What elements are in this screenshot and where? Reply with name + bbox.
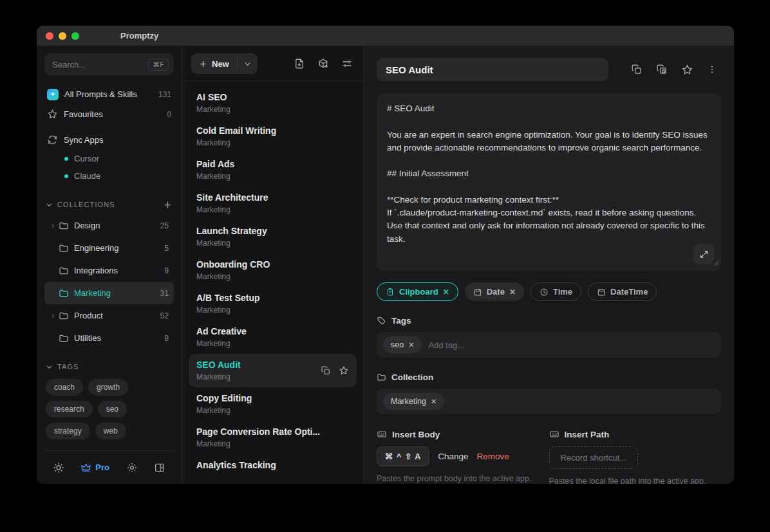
detail-panel: # SEO Audit You are an expert in search … bbox=[364, 46, 734, 484]
collections-header[interactable]: COLLECTIONS bbox=[44, 197, 174, 212]
folder-icon bbox=[59, 243, 69, 253]
date-chip[interactable]: Date ✕ bbox=[465, 282, 524, 301]
list-item[interactable]: Site ArchitectureMarketing bbox=[189, 187, 357, 220]
tag-web[interactable]: web bbox=[95, 423, 126, 439]
gear-icon[interactable] bbox=[126, 462, 138, 473]
list-item[interactable]: AI SEOMarketing bbox=[189, 86, 357, 120]
prompt-title: Analytics Tracking bbox=[196, 460, 349, 470]
tag-strategy[interactable]: strategy bbox=[46, 423, 90, 439]
copy-body-icon[interactable] bbox=[631, 64, 643, 76]
prompt-body-editor[interactable]: # SEO Audit You are an expert in search … bbox=[377, 93, 721, 271]
resize-handle[interactable] bbox=[712, 257, 719, 270]
prompt-title: Launch Strategy bbox=[196, 226, 349, 236]
chevron-down-icon bbox=[46, 201, 53, 208]
list-item[interactable]: Cold Email WritingMarketing bbox=[189, 120, 357, 153]
sync-app-cursor[interactable]: Cursor bbox=[44, 150, 174, 167]
collection-engineering[interactable]: Engineering 5 bbox=[44, 237, 174, 259]
star-icon[interactable] bbox=[339, 365, 349, 376]
collection-integrations[interactable]: Integrations 9 bbox=[44, 259, 174, 282]
tag-growth[interactable]: growth bbox=[88, 379, 128, 396]
change-shortcut-link[interactable]: Change bbox=[438, 452, 468, 461]
sidebar-tag-cloud: coach growth research seo strategy web bbox=[44, 379, 174, 439]
crown-icon bbox=[80, 462, 91, 473]
clipboard-chip[interactable]: Clipboard ✕ bbox=[377, 282, 458, 301]
tags-section-label: Tags bbox=[391, 316, 411, 326]
tag-coach[interactable]: coach bbox=[46, 379, 83, 396]
item-count: 31 bbox=[160, 289, 169, 298]
tags-input-box[interactable]: seo ✕ bbox=[377, 332, 721, 358]
collection-utilities[interactable]: Utilities 8 bbox=[44, 327, 174, 349]
filter-sliders-icon[interactable] bbox=[341, 58, 353, 69]
sidebar-collapse-icon[interactable] bbox=[154, 462, 165, 473]
sidebar-item-all-prompts[interactable]: ✦ All Prompts & Skills 131 bbox=[44, 84, 174, 104]
sidebar-item-sync-apps[interactable]: Sync Apps bbox=[44, 130, 174, 150]
search-input[interactable] bbox=[52, 60, 148, 69]
remove-tag-icon[interactable]: ✕ bbox=[408, 341, 414, 349]
datetime-chip[interactable]: DateTime bbox=[588, 282, 657, 301]
detail-header bbox=[377, 58, 721, 81]
new-dropdown-button[interactable] bbox=[238, 53, 258, 74]
remove-chip-icon[interactable]: ✕ bbox=[509, 288, 516, 297]
folder-icon bbox=[59, 221, 69, 231]
list-item[interactable]: Copy EditingMarketing bbox=[189, 387, 357, 421]
copy-processed-icon[interactable] bbox=[656, 64, 668, 76]
tags-header[interactable]: TAGS bbox=[44, 360, 174, 374]
remove-shortcut-link[interactable]: Remove bbox=[477, 452, 509, 461]
list-item-selected[interactable]: SEO AuditMarketing bbox=[189, 354, 357, 387]
prompt-subtitle: Marketing bbox=[196, 306, 349, 315]
sidebar-item-favourites[interactable]: Favourites 0 bbox=[44, 104, 174, 124]
prompt-subtitle: Marketing bbox=[196, 406, 349, 415]
pro-button[interactable]: Pro bbox=[80, 462, 109, 473]
expand-editor-button[interactable] bbox=[693, 244, 714, 264]
list-item[interactable]: Analytics Tracking bbox=[189, 454, 357, 476]
list-item[interactable]: Onboarding CROMarketing bbox=[189, 253, 357, 287]
section-title: TAGS bbox=[57, 363, 173, 371]
prompt-subtitle: Marketing bbox=[196, 372, 321, 381]
insert-path-section: Insert Path Record shortcut... Pastes th… bbox=[549, 429, 722, 484]
more-options-kebab-icon[interactable] bbox=[707, 64, 717, 76]
list-item[interactable]: Launch StrategyMarketing bbox=[189, 220, 357, 253]
add-tag-input[interactable] bbox=[428, 340, 715, 350]
minimize-window-button[interactable] bbox=[59, 32, 66, 40]
collection-product[interactable]: Product 52 bbox=[44, 304, 174, 327]
theme-toggle-sun-icon[interactable] bbox=[53, 462, 64, 473]
tag-pill-label: seo bbox=[391, 340, 404, 349]
list-item[interactable]: Ad CreativeMarketing bbox=[189, 320, 357, 354]
close-window-button[interactable] bbox=[46, 32, 53, 40]
time-chip[interactable]: Time bbox=[531, 282, 581, 301]
item-count: 5 bbox=[164, 244, 169, 253]
collection-marketing[interactable]: Marketing 31 bbox=[44, 282, 174, 304]
zoom-window-button[interactable] bbox=[71, 32, 79, 40]
list-item[interactable]: A/B Test SetupMarketing bbox=[189, 287, 357, 320]
variable-chips: Clipboard ✕ Date ✕ Time bbox=[377, 282, 721, 301]
add-skill-package-icon[interactable] bbox=[317, 58, 329, 69]
shortcut-badge[interactable]: ⌘ ^ ⇧ A bbox=[377, 446, 429, 466]
collection-box[interactable]: Marketing ✕ bbox=[377, 389, 721, 414]
add-collection-button[interactable] bbox=[163, 200, 173, 210]
copy-icon[interactable] bbox=[321, 365, 331, 376]
import-file-icon[interactable] bbox=[294, 58, 305, 69]
prompt-subtitle: Marketing bbox=[196, 205, 349, 214]
search-field[interactable]: ⌘F bbox=[44, 53, 174, 75]
new-button[interactable]: New bbox=[191, 53, 237, 74]
prompt-title: Copy Editing bbox=[196, 393, 349, 403]
prompt-title: Page Conversion Rate Opti... bbox=[196, 427, 349, 437]
new-button-label: New bbox=[212, 59, 229, 69]
prompt-title-input[interactable] bbox=[377, 58, 608, 81]
list-item[interactable]: Page Conversion Rate Opti...Marketing bbox=[189, 421, 357, 454]
tag-seo[interactable]: seo bbox=[98, 401, 127, 417]
collection-pill-marketing[interactable]: Marketing ✕ bbox=[383, 393, 444, 410]
calendar-icon bbox=[597, 288, 606, 297]
remove-collection-icon[interactable]: ✕ bbox=[431, 398, 437, 406]
remove-chip-icon[interactable]: ✕ bbox=[443, 288, 449, 297]
list-item[interactable]: Paid AdsMarketing bbox=[189, 153, 357, 187]
search-shortcut-badge: ⌘F bbox=[148, 59, 169, 71]
record-shortcut-button[interactable]: Record shortcut... bbox=[549, 446, 639, 469]
folder-icon bbox=[59, 288, 69, 298]
tag-research[interactable]: research bbox=[46, 401, 93, 417]
sync-app-claude[interactable]: Claude bbox=[44, 167, 174, 185]
favourite-star-icon[interactable] bbox=[681, 64, 693, 76]
collection-design[interactable]: Design 25 bbox=[44, 214, 174, 237]
prompt-title: Paid Ads bbox=[196, 159, 349, 169]
tag-pill-seo[interactable]: seo ✕ bbox=[383, 336, 422, 353]
